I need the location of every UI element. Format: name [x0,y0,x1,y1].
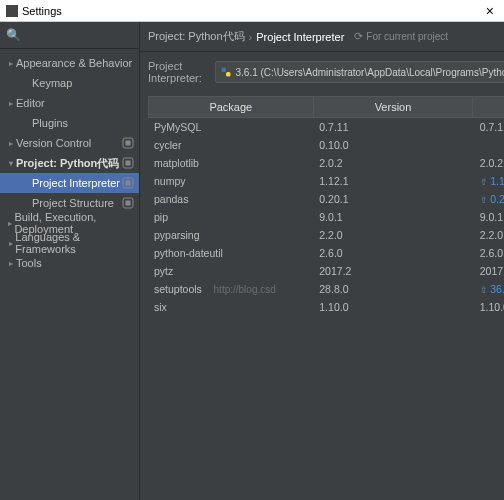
table-row[interactable]: pandas0.20.10.20.2 [148,190,504,208]
settings-main: Project: Python代码 › Project Interpreter … [140,22,504,500]
sidebar-item-label: Project Structure [32,197,114,209]
packages-header-latest[interactable]: Latest [473,97,504,117]
package-version: 0.10.0 [313,139,473,151]
app-icon [6,5,18,17]
sidebar-item-appearance-behavior[interactable]: ▸Appearance & Behavior [0,53,139,73]
package-latest: 0.7.11 [474,121,504,133]
table-row[interactable]: matplotlib2.0.22.0.2 [148,154,504,172]
sidebar-item-languages-frameworks[interactable]: ▸Languages & Frameworks [0,233,139,253]
package-name: six [148,301,313,313]
table-row[interactable]: cycler0.10.0 [148,136,504,154]
for-current-project-badge: ⟳ For current project [354,30,448,43]
package-version: 2.6.0 [313,247,473,259]
package-name: PyMySQL [148,121,313,133]
close-icon[interactable]: × [482,4,498,18]
package-latest: 2.0.2 [474,157,504,169]
caret-icon: ▸ [6,139,16,148]
package-version: 1.10.0 [313,301,473,313]
sidebar-item-tools[interactable]: ▸Tools [0,253,139,273]
table-row[interactable]: python-dateutil2.6.02.6.0 [148,244,504,262]
packages-header-package[interactable]: Package [149,97,314,117]
svg-rect-1 [126,141,131,146]
window-titlebar: Settings × [0,0,504,22]
breadcrumb-parent[interactable]: Project: Python代码 [148,29,245,44]
sidebar-item-project-structure[interactable]: Project Structure [0,193,139,213]
table-row[interactable]: six1.10.01.10.0 [148,298,504,316]
project-scope-icon [121,176,135,190]
caret-icon: ▾ [6,159,16,168]
package-version: 28.8.0 [313,283,473,295]
search-icon: 🔍 [6,28,21,42]
package-name: pyparsing [148,229,313,241]
package-version: 0.7.11 [313,121,473,133]
sidebar-item-label: Keymap [32,77,72,89]
package-name: setuptools http://blog.csd [148,283,313,295]
sidebar-item-project-python[interactable]: ▾Project: Python代码 [0,153,139,173]
caret-icon: ▸ [6,59,16,68]
table-row[interactable]: setuptools http://blog.csd28.8.036.0.1 [148,280,504,298]
caret-icon: ▸ [6,219,14,228]
python-icon [220,66,232,78]
interpreter-select[interactable]: 3.6.1 (C:\Users\Administrator\AppData\Lo… [215,61,504,83]
svg-rect-8 [221,68,226,73]
sidebar-item-label: Editor [16,97,45,109]
package-name: pandas [148,193,313,205]
breadcrumb: Project: Python代码 › Project Interpreter … [140,22,504,52]
breadcrumb-current: Project Interpreter [256,31,344,43]
sidebar-item-label: Appearance & Behavior [16,57,132,69]
settings-tree: ▸Appearance & BehaviorKeymap▸EditorPlugi… [0,49,139,277]
package-version: 0.20.1 [313,193,473,205]
sidebar-item-label: Languages & Frameworks [15,231,135,255]
sidebar-item-keymap[interactable]: Keymap [0,73,139,93]
caret-icon: ▸ [6,99,16,108]
sidebar-item-label: Project Interpreter [32,177,120,189]
table-row[interactable]: pytz2017.22017.2 [148,262,504,280]
sidebar-item-label: Version Control [16,137,91,149]
package-name: pip [148,211,313,223]
interpreter-value: 3.6.1 (C:\Users\Administrator\AppData\Lo… [236,67,504,78]
package-latest: 2017.2 [474,265,504,277]
project-scope-icon [121,196,135,210]
package-version: 9.0.1 [313,211,473,223]
package-version: 1.12.1 [313,175,473,187]
package-version: 2.2.0 [313,229,473,241]
package-latest: 1.10.0 [474,301,504,313]
table-row[interactable]: pyparsing2.2.02.2.0 [148,226,504,244]
interpreter-label: Project Interpreter: [148,60,209,84]
package-latest: 9.0.1 [474,211,504,223]
table-row[interactable]: PyMySQL0.7.110.7.11 [148,118,504,136]
package-latest: 2.2.0 [474,229,504,241]
package-latest: 36.0.1 [474,283,504,295]
package-latest: 1.13.0rc2 [474,175,504,187]
sidebar-item-label: Tools [16,257,42,269]
package-latest: 2.6.0 [474,247,504,259]
caret-icon: ▸ [6,259,16,268]
package-version: 2017.2 [313,265,473,277]
sidebar-item-build-execution-deployment[interactable]: ▸Build, Execution, Deployment [0,213,139,233]
sidebar-item-plugins[interactable]: Plugins [0,113,139,133]
package-latest: 0.20.2 [474,193,504,205]
sidebar-item-editor[interactable]: ▸Editor [0,93,139,113]
project-scope-icon [121,136,135,150]
packages-header-version[interactable]: Version [314,97,474,117]
package-name: pytz [148,265,313,277]
svg-rect-5 [126,181,131,186]
table-row[interactable]: pip9.0.19.0.1 [148,208,504,226]
sidebar-item-project-interpreter[interactable]: Project Interpreter [0,173,139,193]
svg-rect-3 [126,161,131,166]
package-version: 2.0.2 [313,157,473,169]
package-name: cycler [148,139,313,151]
sidebar-item-label: Plugins [32,117,68,129]
sidebar-item-version-control[interactable]: ▸Version Control [0,133,139,153]
reset-icon: ⟳ [354,30,363,43]
window-title: Settings [22,5,482,17]
svg-rect-9 [226,72,231,77]
packages-table: Package Version Latest PyMySQL0.7.110.7.… [148,96,504,316]
sidebar-item-label: Project: Python代码 [16,156,119,171]
breadcrumb-sep: › [249,31,253,43]
package-name: python-dateutil [148,247,313,259]
settings-sidebar: 🔍 ▸Appearance & BehaviorKeymap▸EditorPlu… [0,22,140,500]
package-name: matplotlib [148,157,313,169]
project-scope-icon [121,156,135,170]
table-row[interactable]: numpy1.12.11.13.0rc2 [148,172,504,190]
